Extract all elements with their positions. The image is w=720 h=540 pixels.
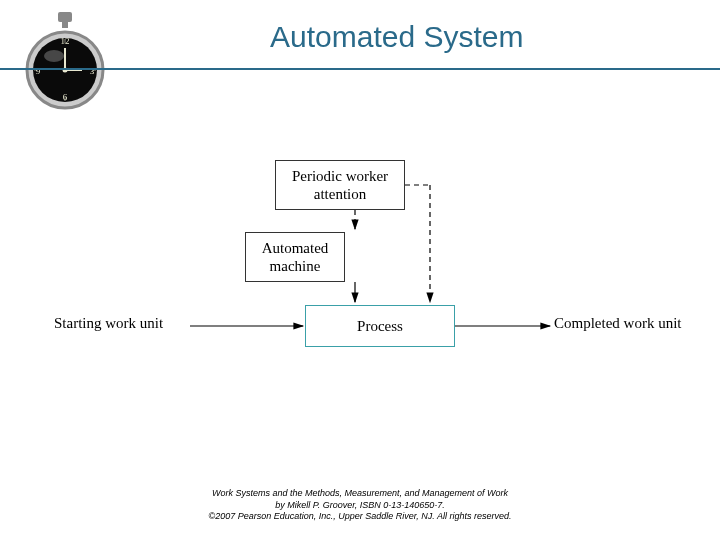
page-title: Automated System: [270, 20, 523, 54]
footer-citation: Work Systems and the Methods, Measuremen…: [0, 488, 720, 522]
starting-work-unit-label: Starting work unit: [54, 315, 163, 332]
svg-point-15: [44, 50, 64, 62]
svg-rect-1: [62, 20, 68, 28]
process-box: Process: [305, 305, 455, 347]
automated-machine-box: Automatedmachine: [245, 232, 345, 282]
footer-line-2: by Mikell P. Groover, ISBN 0-13-140650-7…: [0, 500, 720, 511]
automated-label: Automatedmachine: [262, 239, 329, 275]
periodic-worker-attention-box: Periodic workerattention: [275, 160, 405, 210]
header-divider: [0, 68, 720, 70]
completed-work-unit-label: Completed work unit: [554, 315, 682, 332]
process-label: Process: [357, 317, 403, 335]
automated-system-diagram: Periodic workerattention Automatedmachin…: [0, 150, 720, 450]
footer-line-1: Work Systems and the Methods, Measuremen…: [0, 488, 720, 499]
stopwatch-icon: 12 3 6 9: [20, 12, 110, 116]
header: 12 3 6 9 Automated System: [0, 0, 720, 110]
periodic-label: Periodic workerattention: [292, 167, 388, 203]
footer-line-3: ©2007 Pearson Education, Inc., Upper Sad…: [0, 511, 720, 522]
